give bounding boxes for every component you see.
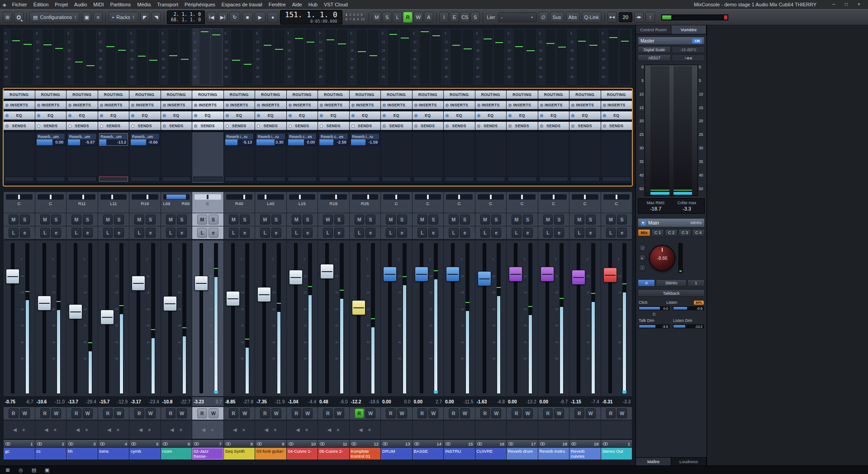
rack-eq-ch7[interactable]: EQ	[192, 111, 223, 120]
mute-ch11[interactable]: M	[323, 215, 333, 225]
marker-3[interactable]: 3	[353, 13, 355, 17]
sends-slots-ch2[interactable]: Reverb...um0.00	[35, 132, 66, 183]
rack-sends-ch4[interactable]: SENDS	[98, 122, 129, 130]
functions-menu-button[interactable]: ≡	[93, 12, 103, 23]
listen-ch13[interactable]: L	[386, 228, 396, 238]
sends-slots-ch3[interactable]: Reverb...um-5.67	[66, 132, 98, 183]
write-ch19[interactable]: W	[586, 408, 596, 418]
write-ch5[interactable]: W	[146, 408, 156, 418]
menu-item-midi[interactable]: MIDI	[90, 0, 107, 9]
edit-ch7[interactable]: e	[209, 228, 218, 238]
record-arm-icon[interactable]: ●	[148, 426, 151, 433]
pan-ch4[interactable]: L11	[98, 192, 129, 213]
rack-routing-ch10[interactable]: ROUTING	[287, 91, 318, 99]
monitor-icon[interactable]: ◀	[76, 427, 79, 433]
pan-track[interactable]	[320, 194, 347, 200]
rack-eq-ch5[interactable]: EQ	[129, 111, 161, 120]
fader-track[interactable]	[294, 243, 298, 393]
rack-routing-ch15[interactable]: ROUTING	[444, 91, 475, 99]
locator-display[interactable]: 2. 1. 1. 0 68. 1. 1. 0	[167, 10, 205, 24]
click-button[interactable]: ♪	[639, 264, 646, 272]
rack-routing-ch7[interactable]: ROUTING	[192, 91, 223, 99]
solo-ch2[interactable]: S	[51, 215, 61, 225]
monitor-stereo-button[interactable]: Stéréo	[656, 279, 686, 287]
edit-ch1[interactable]: e	[20, 228, 30, 238]
edit-ch11[interactable]: e	[334, 228, 344, 238]
time-display[interactable]: 151. 1. 1. 0 0:05:00.000	[280, 10, 342, 24]
filter-m-button[interactable]: M	[372, 12, 381, 23]
marker-6[interactable]: 6	[346, 18, 347, 21]
bridge-meter-ch12[interactable]: 61218243040	[350, 28, 381, 86]
pan-ch5[interactable]: R19	[129, 192, 161, 213]
send-slot[interactable]: Reverb c...es0.00	[288, 133, 317, 146]
rack-routing-ch3[interactable]: ROUTING	[66, 91, 98, 99]
rack-eq-ch11[interactable]: EQ	[318, 111, 349, 120]
mute-ch7[interactable]: M	[197, 215, 207, 225]
channel-number-ch20[interactable]: 1	[601, 440, 632, 447]
rack-eq-ch13[interactable]: EQ	[381, 111, 412, 120]
pan-track[interactable]	[509, 194, 536, 200]
pan-ch18[interactable]: C	[538, 192, 569, 213]
write-ch7[interactable]: W	[209, 408, 218, 418]
listen-ch19[interactable]: L	[574, 228, 584, 238]
send-slot[interactable]: Reverb...um-0.66	[130, 133, 160, 146]
bridge-meter-ch14[interactable]: 61218243040	[413, 28, 444, 86]
filter-w-button[interactable]: W	[413, 12, 423, 23]
pan-track[interactable]	[478, 194, 504, 200]
channel-number-ch12[interactable]: 12	[350, 440, 381, 447]
pan-track[interactable]	[194, 194, 221, 200]
sends-slots-ch9[interactable]: Reverb i...ru3.30	[255, 132, 286, 183]
scroll-left-button[interactable]: ◤	[140, 12, 150, 23]
rack-sends-ch9[interactable]: SENDS	[255, 122, 286, 130]
rack-eq-ch3[interactable]: EQ	[66, 111, 98, 120]
rack-routing-ch11[interactable]: ROUTING	[318, 91, 349, 99]
pan-ch6[interactable]: L69R69	[161, 192, 192, 213]
bridge-meter-ch4[interactable]: 61218243040	[98, 28, 129, 86]
mute-ch5[interactable]: M	[134, 215, 144, 225]
send-empty-slot[interactable]	[508, 177, 537, 182]
fader-track[interactable]	[514, 243, 517, 393]
fader-cap[interactable]	[163, 296, 177, 311]
menu-item-hub[interactable]: Hub	[305, 0, 321, 9]
marker-1[interactable]: 1	[346, 13, 347, 17]
send-level-bar[interactable]: -2.58	[319, 139, 348, 145]
marker-4[interactable]: 4	[357, 13, 359, 17]
rack-eq-ch17[interactable]: EQ	[507, 111, 538, 120]
mute-ch8[interactable]: M	[229, 215, 239, 225]
rack-inserts-ch18[interactable]: INSERTS	[538, 101, 569, 109]
edit-ch3[interactable]: e	[83, 228, 93, 238]
sends-slots-ch10[interactable]: Reverb c...es0.00	[287, 132, 318, 183]
solo-ch10[interactable]: S	[303, 215, 313, 225]
record-arm-icon[interactable]: ●	[305, 426, 308, 433]
rack-inserts-ch16[interactable]: INSERTS	[475, 101, 507, 109]
rack-inserts-ch3[interactable]: INSERTS	[66, 101, 98, 109]
fader-track[interactable]	[483, 243, 486, 393]
marker-5[interactable]: 5	[360, 13, 362, 17]
rack-routing-ch9[interactable]: ROUTING	[255, 91, 286, 99]
edit-ch17[interactable]: e	[523, 228, 533, 238]
sends-slots-ch6[interactable]	[161, 132, 192, 183]
edit-ch5[interactable]: e	[146, 228, 156, 238]
fader-track[interactable]	[608, 243, 612, 393]
write-ch13[interactable]: W	[397, 408, 407, 418]
solo-ch3[interactable]: S	[83, 215, 93, 225]
sends-slots-ch7[interactable]	[192, 132, 223, 183]
channel-number-ch13[interactable]: 13	[381, 440, 412, 447]
sends-slots-ch19[interactable]	[569, 132, 601, 183]
mix-mix-button[interactable]: Mix	[638, 229, 650, 236]
write-ch9[interactable]: W	[271, 408, 281, 418]
channel-name-ch15[interactable]: INSTRU	[444, 448, 475, 460]
mix-c-1-button[interactable]: C 1	[651, 229, 664, 236]
fader-track[interactable]	[357, 243, 360, 393]
click-pan-value[interactable]: C	[639, 312, 670, 316]
bridge-meter-ch9[interactable]: 61218243040	[255, 28, 286, 86]
fader-track[interactable]	[451, 243, 455, 393]
bridge-meter-ch20[interactable]: 61218243040	[601, 28, 632, 86]
pan-track[interactable]	[38, 194, 64, 200]
level-knob[interactable]: -8.66	[649, 245, 675, 271]
monitor-icon[interactable]: ◀	[296, 427, 299, 433]
mute-ch10[interactable]: M	[292, 215, 302, 225]
filter-a-button[interactable]: A	[424, 12, 433, 23]
taskbar-icon-start[interactable]: ⊞	[2, 466, 14, 474]
monitor-icon[interactable]: ◀	[44, 427, 48, 433]
